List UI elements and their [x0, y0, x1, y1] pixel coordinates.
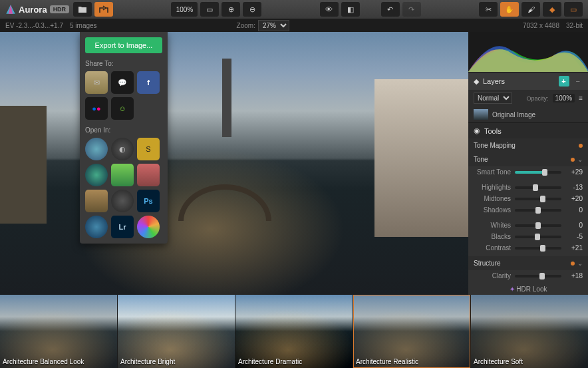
- layers-toggle-button[interactable]: ◆: [543, 2, 561, 17]
- opacity-label: Opacity:: [527, 95, 549, 102]
- blacks-slider[interactable]: Blacks -5: [468, 231, 588, 242]
- brush-button[interactable]: 🖌: [521, 2, 540, 17]
- lightroom-icon[interactable]: Lr: [111, 216, 134, 238]
- photoshop-icon[interactable]: Ps: [137, 190, 160, 212]
- open-app-4-icon[interactable]: [85, 164, 108, 186]
- compare-button[interactable]: ◧: [341, 2, 360, 17]
- share-to-label: Share To:: [85, 60, 162, 67]
- layers-icon: ◆: [474, 77, 479, 86]
- image-count: 5 images: [70, 22, 97, 29]
- open-app-5-icon[interactable]: [111, 164, 134, 186]
- undo-button[interactable]: ↶: [381, 2, 400, 17]
- open-app-8-icon[interactable]: [111, 190, 134, 212]
- structure-row[interactable]: Structure⌄: [468, 256, 588, 270]
- facebook-icon[interactable]: f: [137, 71, 160, 94]
- layers-title: Layers: [483, 77, 505, 85]
- ev-label: EV -2.3...-0.3...+1.7: [5, 22, 63, 29]
- preview-button[interactable]: 👁: [320, 2, 339, 17]
- flickr-icon[interactable]: ●●: [85, 97, 108, 120]
- preset-item[interactable]: Architecture Realistic: [353, 295, 470, 368]
- preset-strip: Architecture Balanced Look Architecture …: [0, 295, 588, 368]
- hand-button[interactable]: ✋: [500, 2, 519, 17]
- shadows-slider[interactable]: Shadows 0: [468, 204, 588, 216]
- zoom-out-button[interactable]: ⊖: [243, 2, 261, 17]
- highlights-slider[interactable]: Highlights -13: [468, 182, 588, 193]
- open-in-label: Open In:: [85, 126, 162, 134]
- messages-icon[interactable]: 💬: [111, 71, 134, 94]
- layer-menu-icon[interactable]: ≡: [579, 94, 583, 102]
- open-app-6-icon[interactable]: [137, 164, 160, 186]
- blend-mode-select[interactable]: Normal: [474, 92, 512, 104]
- tone-mapping-row[interactable]: Tone Mapping: [468, 138, 588, 152]
- layer-thumb: [474, 109, 488, 120]
- preset-item[interactable]: Architecture Bright: [118, 295, 235, 368]
- midtones-slider[interactable]: Midtones +20: [468, 193, 588, 204]
- info-bar: EV -2.3...-0.3...+1.7 5 images Zoom: 27%…: [0, 19, 588, 32]
- preset-item[interactable]: Architecture Dramatic: [235, 295, 353, 368]
- canvas-image: [0, 32, 468, 295]
- mail-icon[interactable]: ✉: [85, 71, 108, 94]
- canvas[interactable]: Export to Image... Share To: ✉ 💬 f ●● ☺ …: [0, 32, 468, 295]
- redo-button[interactable]: ↷: [402, 2, 421, 17]
- opacity-value[interactable]: 100%: [553, 94, 575, 102]
- app-logo: Aurora HDR: [5, 4, 69, 15]
- tools-title: Tools: [484, 127, 502, 135]
- layer-name: Original Image: [492, 111, 535, 118]
- image-button[interactable]: ▭: [564, 2, 583, 17]
- zoom-in-button[interactable]: ⊕: [221, 2, 240, 17]
- top-toolbar: Aurora HDR 100% ▭ ⊕ ⊖ 👁 ◧ ↶ ↷ ✂ ✋ 🖌 ◆ ▭: [0, 0, 588, 19]
- smart-tone-slider[interactable]: Smart Tone +29: [468, 166, 588, 178]
- tools-icon: ◉: [474, 126, 480, 135]
- smugmug-icon[interactable]: ☺: [111, 97, 134, 120]
- fit-button[interactable]: ▭: [200, 2, 219, 17]
- tone-row[interactable]: Tone⌄: [468, 152, 588, 166]
- open-app-10-icon[interactable]: [85, 216, 108, 238]
- export-button[interactable]: [94, 2, 113, 17]
- open-app-2-icon[interactable]: ◐: [111, 138, 134, 160]
- crop-button[interactable]: ✂: [479, 2, 498, 17]
- zoom-100-button[interactable]: 100%: [171, 2, 198, 17]
- zoom-label: Zoom:: [237, 22, 255, 29]
- app-name: Aurora: [19, 5, 47, 15]
- dimensions-label: 7032 x 4488: [523, 22, 559, 29]
- clarity-slider[interactable]: Clarity +18: [468, 270, 588, 281]
- open-app-3-icon[interactable]: S: [137, 138, 160, 160]
- layer-item[interactable]: Original Image: [468, 106, 588, 122]
- main-area: Export to Image... Share To: ✉ 💬 f ●● ☺ …: [0, 32, 588, 295]
- whites-slider[interactable]: Whites 0: [468, 220, 588, 231]
- histogram: [468, 32, 588, 72]
- hdr-look-button[interactable]: ✦ HDR Look: [468, 281, 588, 295]
- right-panel: ◆ Layers + − Normal Opacity: 100% ≡ Orig…: [468, 32, 588, 295]
- open-button[interactable]: [73, 2, 92, 17]
- export-image-button[interactable]: Export to Image...: [85, 37, 162, 53]
- tools-header[interactable]: ◉ Tools: [468, 123, 588, 138]
- preset-item[interactable]: Architecture Soft: [471, 295, 588, 368]
- preset-item[interactable]: Architecture Balanced Look: [0, 295, 117, 368]
- open-app-7-icon[interactable]: [85, 190, 108, 212]
- bit-depth-label: 32-bit: [566, 22, 583, 29]
- add-layer-button[interactable]: +: [559, 76, 569, 87]
- zoom-select[interactable]: 27%: [258, 20, 289, 31]
- export-panel: Export to Image... Share To: ✉ 💬 f ●● ☺ …: [80, 32, 168, 244]
- open-app-12-icon[interactable]: [137, 216, 160, 238]
- contrast-slider[interactable]: Contrast +21: [468, 242, 588, 254]
- layers-header[interactable]: ◆ Layers + −: [468, 73, 588, 90]
- hdr-badge: HDR: [50, 5, 70, 13]
- remove-layer-button[interactable]: −: [573, 77, 583, 85]
- open-app-1-icon[interactable]: [85, 138, 108, 160]
